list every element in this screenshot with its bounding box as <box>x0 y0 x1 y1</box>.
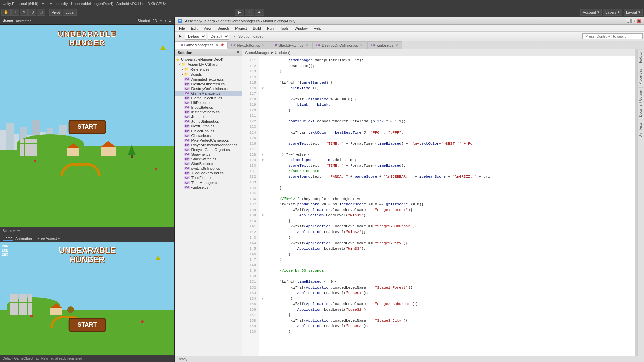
step-button[interactable]: ⏭ <box>255 9 264 16</box>
scrollbar[interactable] <box>635 49 637 356</box>
cs-file-icon: C# <box>184 176 190 179</box>
menu-project[interactable]: Project <box>232 25 249 31</box>
menu-window[interactable]: Window <box>292 25 310 31</box>
tree-item-switchbtninput-cs[interactable]: C#switchBtnInput.cs <box>175 166 242 171</box>
code-line: "kw">if(Application.loadedLevelName == "… <box>262 224 632 229</box>
fold-indicator[interactable]: ▼ <box>262 214 264 217</box>
fold-indicator[interactable]: ▼ <box>262 297 264 301</box>
document-outline-tab[interactable]: Document Outline <box>638 87 644 120</box>
fold-indicator[interactable]: ▼ <box>262 153 264 157</box>
editor-area: Solution ✕ ◉UnbearableHunger(Dec4)▾📁Asse… <box>175 49 644 356</box>
tab-close-4[interactable]: ✕ <box>395 43 399 47</box>
tree-item-timemanager-cs[interactable]: C#TimeManager.cs <box>175 180 242 185</box>
menu-edit[interactable]: Edit <box>188 25 200 31</box>
aspect-dropdown[interactable]: Free Aspect ▾ <box>37 236 60 241</box>
tree-item-scripts[interactable]: ▾📁Scripts <box>175 72 242 77</box>
close-btn[interactable]: ✕ <box>637 19 641 23</box>
tab-nextbutton[interactable]: C# NextButton.cs ✕ <box>228 41 269 49</box>
breadcrumb-method[interactable]: Update () <box>275 51 290 55</box>
maximize-btn[interactable]: □ <box>631 19 636 23</box>
2d-btn[interactable]: 2D <box>152 19 157 23</box>
account-dropdown[interactable]: Account ▾ <box>580 9 602 16</box>
pivot-btn[interactable]: Pivot <box>49 9 62 16</box>
scale-tool-btn[interactable]: ⬡ <box>28 9 36 16</box>
tree-item-tiledbackground-cs[interactable]: C#TiledBackground.cs <box>175 171 242 175</box>
toolbox-tab[interactable]: Toolbox <box>638 49 644 66</box>
tree-item-winlose-cs[interactable]: C#winlose.cs <box>175 185 242 190</box>
tree-item-inputstate-cs[interactable]: C#InputState.cs <box>175 105 242 110</box>
start-button-scene[interactable]: START <box>68 120 106 134</box>
tree-item-hitdetect-cs[interactable]: C#HitDetect.cs <box>175 100 242 105</box>
local-btn[interactable]: Local <box>63 9 76 16</box>
gizmos-btn[interactable]: ⚙ <box>168 19 172 23</box>
properties-tab[interactable]: Properties <box>638 66 644 87</box>
tree-item-objectpool-cs[interactable]: C#ObjectPool.cs <box>175 128 242 133</box>
tree-item-animatedtexture-cs[interactable]: C#AnimatedTexture.cs <box>175 77 242 82</box>
menu-help[interactable]: Help <box>311 25 324 31</box>
menu-run[interactable]: Run <box>264 25 276 31</box>
tab-close-0[interactable]: ✕ <box>215 43 219 47</box>
tree-item-obstacle-cs[interactable]: C#Obstacle.cs <box>175 133 242 138</box>
tree-item-playeranimationmanager-cs[interactable]: C#PlayerAnimationManager.cs <box>175 143 242 147</box>
animator-tab[interactable]: Animator <box>16 19 31 23</box>
layers-dropdown[interactable]: Layers ▾ <box>603 9 622 16</box>
menu-file[interactable]: File <box>176 25 188 31</box>
fold-indicator[interactable]: ▼ <box>262 87 264 90</box>
tree-item-assembly-csharp[interactable]: ▾📁Assembly-CSharp <box>175 62 242 67</box>
layout-dropdown[interactable]: Layout ▾ <box>624 9 643 16</box>
breadcrumb-class[interactable]: GameManager <box>245 51 269 55</box>
game-tab[interactable]: Game <box>3 236 13 241</box>
tree-label: StackSwitch.cs <box>191 157 216 161</box>
tree-item-jump-cs[interactable]: C#Jump.cs <box>175 114 242 119</box>
hand-tool-btn[interactable]: ✋ <box>1 9 11 16</box>
tab-destroyoncollision[interactable]: C# DestroyOnCollision.cs ✕ <box>312 41 367 49</box>
menu-view[interactable]: View <box>201 25 214 31</box>
audio-btn[interactable]: ♪ <box>165 19 167 23</box>
scene-header: Scene Animator Shaded 2D ☀ ♪ ⚙ <box>0 17 174 25</box>
scene-tab[interactable]: Scene <box>3 18 13 23</box>
tab-gamemanager[interactable]: C# GameManager.cs ✕ 📌 <box>175 41 228 49</box>
start-button-game[interactable]: START <box>68 318 106 332</box>
shading-dropdown[interactable]: Shaded <box>138 19 151 23</box>
tree-item-gamemanager-cs[interactable]: C#GameManager.cs <box>175 91 242 96</box>
code-line: } <box>262 252 632 257</box>
tab-close-1[interactable]: ✕ <box>261 43 265 47</box>
menu-tools[interactable]: Tools <box>277 25 291 31</box>
config-select[interactable]: Debug <box>185 33 206 40</box>
menu-search[interactable]: Search <box>215 25 232 31</box>
tab-stackswitch[interactable]: C# StackSwitch.cs ✕ <box>269 41 312 49</box>
unit-tests-tab[interactable]: Unit Tests <box>638 120 644 140</box>
menu-build[interactable]: Build <box>250 25 263 31</box>
pause-button[interactable]: ⏸ <box>245 9 254 16</box>
tree-item-stackswitch-cs[interactable]: C#StackSwitch.cs <box>175 157 242 161</box>
search-input[interactable] <box>582 33 643 39</box>
tree-item-unbearablehunger-dec4-[interactable]: ◉UnbearableHunger(Dec4) <box>175 57 242 62</box>
tree-item-destroyoffscreen-cs[interactable]: C#DestroyOffscreen.cs <box>175 82 242 86</box>
tree-item-instantvelocity-cs[interactable]: C#InstantVelocity.cs <box>175 110 242 114</box>
tree-item-tiledfloor-cs[interactable]: C#TiledFloor.cs <box>175 175 242 180</box>
tree-item-startbutton-cs[interactable]: C#StartButton.cs <box>175 161 242 166</box>
tab-winlose[interactable]: C# winlose.cs ✕ <box>367 41 403 49</box>
tab-close-2[interactable]: ✕ <box>305 43 309 47</box>
fold-indicator[interactable]: ▼ <box>262 158 264 162</box>
run-btn[interactable]: ▶ <box>176 33 184 39</box>
tree-item-gameobjectutil-cs[interactable]: C#GameObjectUtil.cs <box>175 96 242 100</box>
rotate-tool-btn[interactable]: ↻ <box>20 9 28 16</box>
tree-item-spawner-cs[interactable]: C#Spawner.cs <box>175 152 242 157</box>
tree-item-nextbutton-cs[interactable]: C#NextButton.cs <box>175 124 242 128</box>
tree-item-references[interactable]: ▸📁References <box>175 67 242 72</box>
play-button[interactable]: ▶ <box>235 9 244 16</box>
animation-tab[interactable]: Animation <box>15 237 32 241</box>
platform-select[interactable]: Default <box>208 33 229 40</box>
code-content[interactable]: timeManager.ManipulateTime(1, 1f); Reset… <box>259 56 635 356</box>
minimize-btn[interactable]: _ <box>626 19 631 23</box>
tree-item-jumpbtninput-cs[interactable]: C#JumpBtnInput.cs <box>175 119 242 124</box>
tab-close-3[interactable]: ✕ <box>359 43 363 47</box>
tree-item-destroyoncollision-cs[interactable]: C#DestroyOnCollision.cs <box>175 86 242 91</box>
tree-item-pixelperfectcamera-cs[interactable]: C#PixelPerfectCamera.cs <box>175 138 242 143</box>
move-tool-btn[interactable]: ✛ <box>11 9 19 16</box>
lighting-btn[interactable]: ☀ <box>159 19 163 23</box>
tree-item-recyclegameobject-cs[interactable]: C#RecycleGameObject.cs <box>175 147 242 152</box>
rect-tool-btn[interactable]: ▢ <box>37 9 45 16</box>
solution-close[interactable]: ✕ <box>236 50 239 55</box>
